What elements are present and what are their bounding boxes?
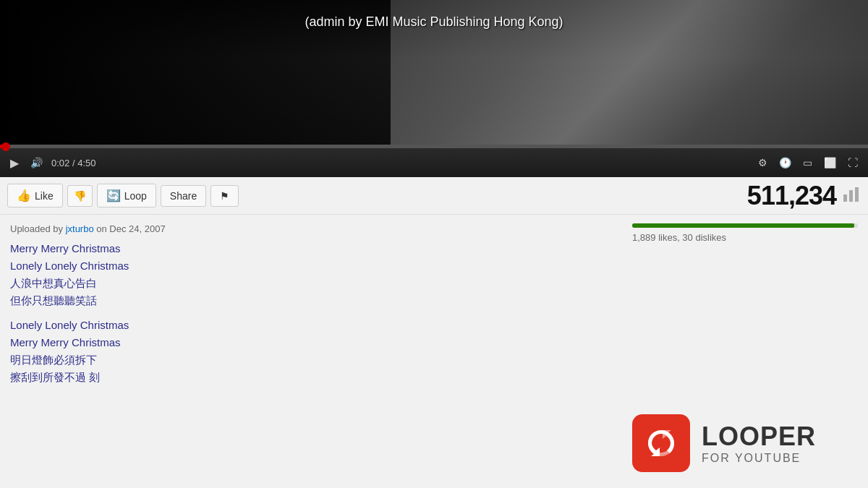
fullscreen-icon: ⛶ (848, 157, 858, 168)
upload-suffix: on Dec 24, 2007 (94, 223, 166, 234)
upload-info: Uploaded by jxturbo on Dec 24, 2007 (10, 223, 612, 234)
clock-icon: 🕐 (779, 157, 791, 168)
like-icon: 👍 (17, 189, 31, 202)
fullscreen-button[interactable]: ⛶ (845, 155, 861, 170)
looper-icon (642, 424, 680, 462)
video-player: (admin by EMI Music Publishing Hong Kong… (0, 0, 868, 145)
svg-rect-2 (855, 187, 859, 202)
view-count-area: 511,234 (747, 181, 861, 211)
progress-bar[interactable] (0, 145, 868, 148)
main-content: Uploaded by jxturbo on Dec 24, 2007 Merr… (0, 215, 868, 488)
svg-rect-1 (849, 190, 853, 202)
lyrics-line[interactable]: 但你只想聽聽笑話 (10, 292, 612, 309)
share-button[interactable]: Share (161, 185, 206, 207)
volume-button[interactable]: 🔊 (27, 155, 46, 170)
lyrics-line[interactable]: Merry Merry Christmas (10, 334, 612, 351)
window-small-button[interactable]: ▭ (800, 155, 815, 170)
likes-text: 1,889 likes, 30 dislikes (632, 232, 858, 243)
lyrics-line[interactable]: Lonely Lonely Christmas (10, 257, 612, 275)
flag-button[interactable]: ⚑ (210, 185, 239, 207)
loop-button[interactable]: 🔄 Loop (97, 184, 156, 207)
video-content: (admin by EMI Music Publishing Hong Kong… (0, 0, 868, 145)
play-icon: ▶ (10, 156, 19, 170)
looper-section: LOOPER FOR YOUTUBE (632, 407, 858, 479)
like-button[interactable]: 👍 Like (7, 184, 63, 207)
like-label: Like (35, 190, 54, 202)
loop-label: Loop (124, 190, 147, 202)
left-content: Uploaded by jxturbo on Dec 24, 2007 Merr… (0, 215, 622, 488)
lyrics-line[interactable]: 明日燈飾必須拆下 (10, 351, 612, 369)
lyrics-container: Merry Merry ChristmasLonely Lonely Chris… (10, 240, 612, 386)
lyrics-line[interactable]: 擦刮到所發不過 刻 (10, 369, 612, 386)
video-overlay-text: (admin by EMI Music Publishing Hong Kong… (305, 14, 563, 30)
dislike-icon: 👎 (74, 190, 86, 202)
time-current: 0:02 (51, 158, 69, 168)
controls-bar: ▶ 🔊 0:02 / 4:50 ⚙ 🕐 ▭ ⬜ ⛶ (0, 148, 868, 177)
dislike-button[interactable]: 👎 (67, 185, 93, 207)
bar-chart-icon[interactable] (842, 184, 861, 207)
lyrics-gap (10, 309, 612, 317)
action-bar: 👍 Like 👎 🔄 Loop Share ⚑ 511,234 (0, 177, 868, 215)
settings-icon: ⚙ (758, 157, 767, 168)
right-content: 1,889 likes, 30 dislikes LOOPER FOR YOUT… (622, 215, 868, 488)
progress-thumb (1, 142, 10, 151)
time-display: 0:02 / 4:50 (51, 158, 95, 168)
view-count: 511,234 (747, 181, 836, 211)
lyrics-line[interactable]: 人浪中想真心告白 (10, 275, 612, 292)
window-large-icon: ⬜ (824, 157, 836, 168)
window-large-button[interactable]: ⬜ (821, 155, 839, 170)
time-total: 4:50 (77, 158, 95, 168)
uploader-link[interactable]: jxturbo (66, 223, 94, 234)
looper-text-area: LOOPER FOR YOUTUBE (702, 421, 816, 465)
looper-subtitle: FOR YOUTUBE (702, 452, 816, 465)
share-label: Share (170, 190, 197, 202)
play-button[interactable]: ▶ (7, 155, 22, 171)
svg-rect-0 (843, 194, 847, 202)
looper-icon-box (632, 414, 690, 472)
upload-prefix: Uploaded by (10, 223, 66, 234)
window-small-icon: ▭ (803, 157, 812, 168)
clock-button[interactable]: 🕐 (776, 155, 794, 170)
looper-title: LOOPER (702, 421, 816, 452)
loop-icon: 🔄 (106, 189, 121, 202)
volume-icon: 🔊 (30, 157, 43, 168)
flag-icon: ⚑ (220, 190, 229, 202)
settings-button[interactable]: ⚙ (755, 155, 770, 170)
likes-bar-container (632, 223, 858, 228)
likes-bar (632, 223, 854, 228)
lyrics-line[interactable]: Lonely Lonely Christmas (10, 317, 612, 334)
lyrics-line[interactable]: Merry Merry Christmas (10, 240, 612, 257)
